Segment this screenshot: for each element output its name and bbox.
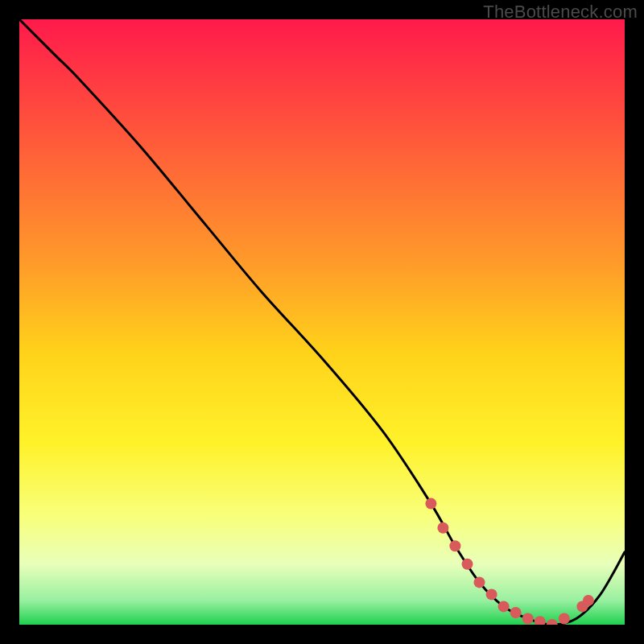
- marker-point: [425, 498, 436, 510]
- marker-point: [437, 522, 448, 534]
- marker-point: [462, 559, 473, 570]
- marker-point: [583, 595, 594, 606]
- marker-point: [474, 576, 485, 588]
- marker-point: [510, 607, 522, 618]
- marker-point: [498, 601, 510, 612]
- gradient-background: [19, 19, 625, 625]
- marker-point: [449, 540, 460, 551]
- marker-point: [559, 613, 570, 625]
- marker-point: [522, 613, 534, 625]
- chart-plot-area: [19, 19, 625, 625]
- chart-frame: TheBottleneck.com: [0, 0, 644, 644]
- watermark-text: TheBottleneck.com: [483, 2, 638, 23]
- marker-point: [486, 588, 497, 600]
- chart-svg: [19, 19, 625, 625]
